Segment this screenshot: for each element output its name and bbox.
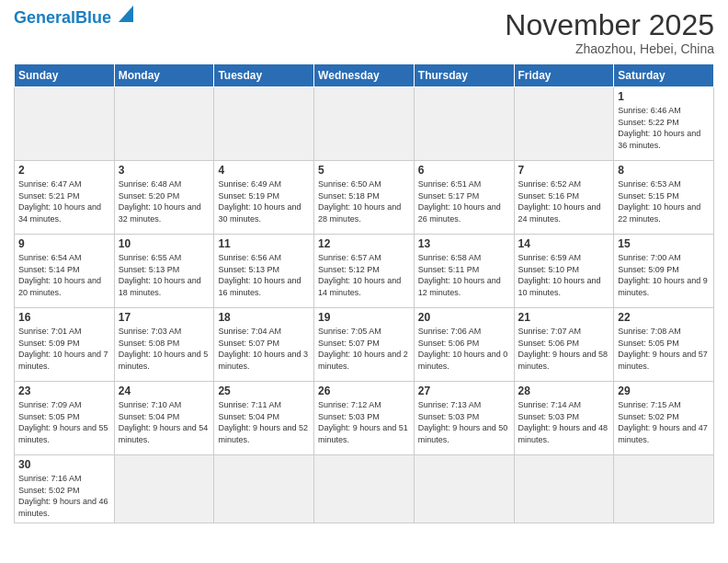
- day-number: 20: [418, 311, 510, 324]
- table-row: 4Sunrise: 6:49 AM Sunset: 5:19 PM Daylig…: [214, 161, 314, 235]
- header-monday: Monday: [114, 64, 214, 87]
- table-row: 18Sunrise: 7:04 AM Sunset: 5:07 PM Dayli…: [214, 308, 314, 382]
- header: GeneralBlue November 2025 Zhaozhou, Hebe…: [14, 9, 714, 56]
- table-row: [414, 87, 514, 161]
- table-row: 19Sunrise: 7:05 AM Sunset: 5:07 PM Dayli…: [314, 308, 415, 382]
- table-row: 25Sunrise: 7:11 AM Sunset: 5:04 PM Dayli…: [214, 382, 314, 455]
- header-wednesday: Wednesday: [314, 64, 415, 87]
- day-info: Sunrise: 7:16 AM Sunset: 5:02 PM Dayligh…: [18, 473, 110, 519]
- table-row: 9Sunrise: 6:54 AM Sunset: 5:14 PM Daylig…: [15, 235, 115, 308]
- table-row: 26Sunrise: 7:12 AM Sunset: 5:03 PM Dayli…: [314, 382, 415, 455]
- table-row: 5Sunrise: 6:50 AM Sunset: 5:18 PM Daylig…: [314, 161, 415, 235]
- table-row: 6Sunrise: 6:51 AM Sunset: 5:17 PM Daylig…: [414, 161, 514, 235]
- day-info: Sunrise: 6:58 AM Sunset: 5:11 PM Dayligh…: [418, 252, 510, 298]
- day-info: Sunrise: 6:55 AM Sunset: 5:13 PM Dayligh…: [119, 252, 210, 298]
- day-info: Sunrise: 6:50 AM Sunset: 5:18 PM Dayligh…: [318, 178, 410, 224]
- day-info: Sunrise: 6:51 AM Sunset: 5:17 PM Dayligh…: [418, 178, 510, 224]
- table-row: 28Sunrise: 7:14 AM Sunset: 5:03 PM Dayli…: [514, 382, 614, 455]
- day-info: Sunrise: 6:53 AM Sunset: 5:15 PM Dayligh…: [618, 178, 710, 224]
- logo: GeneralBlue: [14, 9, 133, 26]
- table-row: [214, 87, 314, 161]
- day-number: 9: [18, 237, 110, 250]
- day-info: Sunrise: 6:54 AM Sunset: 5:14 PM Dayligh…: [18, 252, 110, 298]
- day-info: Sunrise: 6:56 AM Sunset: 5:13 PM Dayligh…: [218, 252, 310, 298]
- day-info: Sunrise: 7:10 AM Sunset: 5:04 PM Dayligh…: [119, 399, 210, 445]
- table-row: 15Sunrise: 7:00 AM Sunset: 5:09 PM Dayli…: [614, 235, 714, 308]
- table-row: [514, 455, 614, 523]
- table-row: [314, 87, 415, 161]
- table-row: 12Sunrise: 6:57 AM Sunset: 5:12 PM Dayli…: [314, 235, 415, 308]
- table-row: 2Sunrise: 6:47 AM Sunset: 5:21 PM Daylig…: [15, 161, 115, 235]
- day-info: Sunrise: 7:04 AM Sunset: 5:07 PM Dayligh…: [218, 326, 310, 372]
- day-number: 18: [218, 311, 310, 324]
- day-number: 27: [418, 385, 510, 397]
- table-row: 22Sunrise: 7:08 AM Sunset: 5:05 PM Dayli…: [614, 308, 714, 382]
- day-info: Sunrise: 7:07 AM Sunset: 5:06 PM Dayligh…: [518, 326, 610, 372]
- day-number: 7: [518, 164, 610, 177]
- logo-text: GeneralBlue: [14, 9, 111, 26]
- table-row: [314, 455, 415, 523]
- weekday-header-row: Sunday Monday Tuesday Wednesday Thursday…: [15, 64, 714, 87]
- day-info: Sunrise: 7:11 AM Sunset: 5:04 PM Dayligh…: [218, 399, 310, 445]
- table-row: 16Sunrise: 7:01 AM Sunset: 5:09 PM Dayli…: [15, 308, 115, 382]
- day-info: Sunrise: 7:12 AM Sunset: 5:03 PM Dayligh…: [318, 399, 410, 445]
- day-number: 1: [618, 90, 710, 103]
- day-number: 29: [618, 385, 710, 397]
- table-row: [514, 87, 614, 161]
- table-row: 13Sunrise: 6:58 AM Sunset: 5:11 PM Dayli…: [414, 235, 514, 308]
- header-saturday: Saturday: [614, 64, 714, 87]
- day-info: Sunrise: 7:08 AM Sunset: 5:05 PM Dayligh…: [618, 326, 710, 372]
- day-info: Sunrise: 7:09 AM Sunset: 5:05 PM Dayligh…: [18, 399, 110, 445]
- day-info: Sunrise: 7:15 AM Sunset: 5:02 PM Dayligh…: [618, 399, 710, 445]
- day-info: Sunrise: 7:06 AM Sunset: 5:06 PM Dayligh…: [418, 326, 510, 372]
- table-row: 23Sunrise: 7:09 AM Sunset: 5:05 PM Dayli…: [15, 382, 115, 455]
- day-info: Sunrise: 7:13 AM Sunset: 5:03 PM Dayligh…: [418, 399, 510, 445]
- table-row: [114, 455, 214, 523]
- day-info: Sunrise: 6:49 AM Sunset: 5:19 PM Dayligh…: [218, 178, 310, 224]
- header-friday: Friday: [514, 64, 614, 87]
- day-number: 11: [218, 237, 310, 250]
- table-row: 30Sunrise: 7:16 AM Sunset: 5:02 PM Dayli…: [15, 455, 115, 523]
- day-info: Sunrise: 7:14 AM Sunset: 5:03 PM Dayligh…: [518, 399, 610, 445]
- day-number: 4: [218, 164, 310, 177]
- table-row: 20Sunrise: 7:06 AM Sunset: 5:06 PM Dayli…: [414, 308, 514, 382]
- table-row: 29Sunrise: 7:15 AM Sunset: 5:02 PM Dayli…: [614, 382, 714, 455]
- day-info: Sunrise: 7:00 AM Sunset: 5:09 PM Dayligh…: [618, 252, 710, 298]
- day-number: 13: [418, 237, 510, 250]
- table-row: [414, 455, 514, 523]
- svg-marker-0: [119, 6, 133, 22]
- table-row: [214, 455, 314, 523]
- table-row: [614, 455, 714, 523]
- day-number: 10: [119, 237, 210, 250]
- table-row: [15, 87, 115, 161]
- day-number: 2: [18, 164, 110, 177]
- day-info: Sunrise: 7:01 AM Sunset: 5:09 PM Dayligh…: [18, 326, 110, 372]
- header-thursday: Thursday: [414, 64, 514, 87]
- table-row: 27Sunrise: 7:13 AM Sunset: 5:03 PM Dayli…: [414, 382, 514, 455]
- day-number: 26: [318, 385, 410, 397]
- day-number: 12: [318, 237, 410, 250]
- day-number: 21: [518, 311, 610, 324]
- table-row: 8Sunrise: 6:53 AM Sunset: 5:15 PM Daylig…: [614, 161, 714, 235]
- table-row: [114, 87, 214, 161]
- logo-general: General: [14, 8, 75, 27]
- table-row: 11Sunrise: 6:56 AM Sunset: 5:13 PM Dayli…: [214, 235, 314, 308]
- day-number: 6: [418, 164, 510, 177]
- table-row: 7Sunrise: 6:52 AM Sunset: 5:16 PM Daylig…: [514, 161, 614, 235]
- day-info: Sunrise: 6:48 AM Sunset: 5:20 PM Dayligh…: [119, 178, 210, 224]
- page: GeneralBlue November 2025 Zhaozhou, Hebe…: [0, 0, 728, 563]
- logo-icon: [113, 6, 133, 26]
- day-info: Sunrise: 7:05 AM Sunset: 5:07 PM Dayligh…: [318, 326, 410, 372]
- day-info: Sunrise: 6:59 AM Sunset: 5:10 PM Dayligh…: [518, 252, 610, 298]
- header-tuesday: Tuesday: [214, 64, 314, 87]
- day-number: 28: [518, 385, 610, 397]
- table-row: 14Sunrise: 6:59 AM Sunset: 5:10 PM Dayli…: [514, 235, 614, 308]
- day-info: Sunrise: 6:57 AM Sunset: 5:12 PM Dayligh…: [318, 252, 410, 298]
- table-row: 10Sunrise: 6:55 AM Sunset: 5:13 PM Dayli…: [114, 235, 214, 308]
- logo-blue: Blue: [75, 8, 111, 27]
- day-number: 19: [318, 311, 410, 324]
- day-number: 15: [618, 237, 710, 250]
- day-number: 30: [18, 458, 110, 471]
- day-number: 14: [518, 237, 610, 250]
- day-number: 8: [618, 164, 710, 177]
